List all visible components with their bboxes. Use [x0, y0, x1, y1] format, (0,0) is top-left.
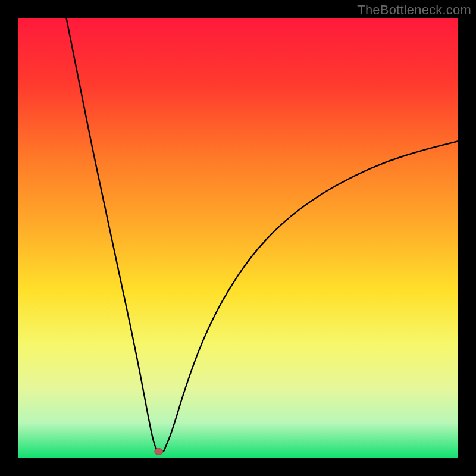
chart-frame: TheBottleneck.com	[0, 0, 476, 476]
chart-svg	[18, 18, 458, 458]
optimal-point-marker	[155, 448, 163, 455]
watermark-text: TheBottleneck.com	[357, 2, 471, 18]
plot-area	[18, 18, 458, 458]
gradient-background	[18, 18, 458, 458]
